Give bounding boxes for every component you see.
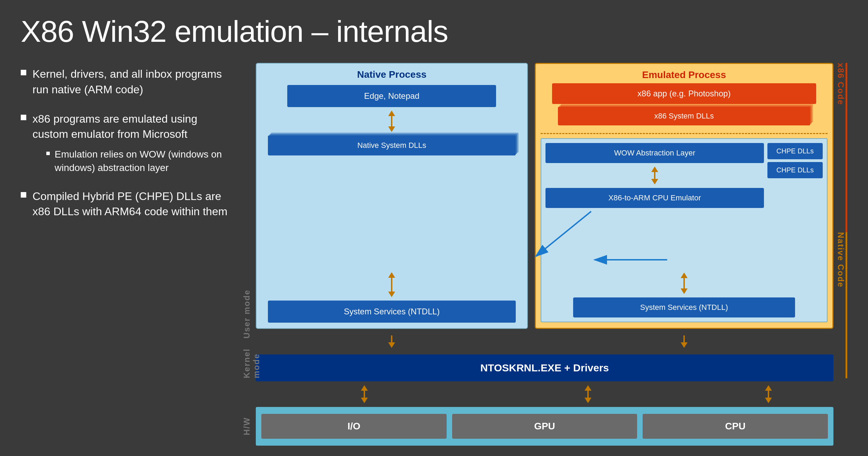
system-services-ntdll-2: System Services (NTDLL) <box>573 297 795 317</box>
native-dlls-stack: Native System DLLs <box>268 135 516 155</box>
native-process-box: Native Process Edge, Notepad <box>256 63 528 329</box>
x86-app-box: x86 app (e.g. Photoshop) <box>552 83 816 104</box>
arrow-1 <box>388 111 395 132</box>
chpe-dlls-1: CHPE DLLs <box>767 143 823 159</box>
bullet-1: Kernel, drivers, and all inbox programs … <box>21 66 228 97</box>
content-area: Kernel, drivers, and all inbox programs … <box>21 63 847 446</box>
bullet-3: Compiled Hybrid PE (CHPE) DLLs are x86 D… <box>21 189 228 220</box>
native-system-dlls: Native System DLLs <box>268 135 516 155</box>
emulated-native-section: WOW Abstraction Layer X86-to-ARM CPU Emu… <box>541 138 828 322</box>
kernel-box: NTOSKRNL.EXE + Drivers <box>256 354 833 381</box>
bullet-text-2: x86 programs are emulated using custom e… <box>32 111 228 142</box>
system-services-ntdll: System Services (NTDLL) <box>268 301 516 323</box>
page-title: X86 Win32 emulation – internals <box>21 14 847 49</box>
bullet-dot-2 <box>21 115 26 120</box>
wow-abstraction-layer: WOW Abstraction Layer <box>545 143 764 163</box>
bullet-text-1: Kernel, drivers, and all inbox programs … <box>32 66 228 97</box>
x86-dlls-stack: x86 System DLLs <box>558 107 811 125</box>
native-process-title: Native Process <box>357 69 427 80</box>
hw-row: I/O GPU CPU <box>256 407 833 446</box>
label-hw: H/W <box>242 408 252 435</box>
label-x86-code: x86 Code <box>836 63 847 232</box>
arrow-2 <box>388 272 395 297</box>
left-panel: Kernel, drivers, and all inbox programs … <box>21 63 228 446</box>
x86-system-dlls: x86 System DLLs <box>558 107 811 125</box>
sub-bullet-1: Emulation relies on WOW (windows on wind… <box>46 148 228 174</box>
edge-notepad-box: Edge, Notepad <box>287 85 496 107</box>
bullet-2: x86 programs are emulated using custom e… <box>21 111 228 175</box>
sub-bullet-text-1: Emulation relies on WOW (windows on wind… <box>55 148 228 174</box>
label-kernel-mode: Kernel mode <box>242 351 261 378</box>
emulated-process-title: Emulated Process <box>642 69 726 80</box>
label-native-code: Native Code <box>836 232 847 378</box>
right-panel: User mode Kernel mode H/W x86 Code Nativ… <box>242 63 847 446</box>
x86-to-arm-emulator: X86-to-ARM CPU Emulator <box>545 188 764 208</box>
dashed-separator <box>541 133 828 134</box>
chpe-dlls-2: CHPE DLLs <box>767 162 823 178</box>
hw-gpu: GPU <box>452 414 637 439</box>
bullet-dot-3 <box>21 192 26 198</box>
hw-io: I/O <box>261 414 447 439</box>
label-user-mode: User mode <box>242 91 252 339</box>
hw-cpu: CPU <box>643 414 828 439</box>
bullet-dot-1 <box>21 70 26 75</box>
emulated-process-box: Emulated Process x86 app (e.g. Photoshop… <box>535 63 833 329</box>
bullet-text-3: Compiled Hybrid PE (CHPE) DLLs are x86 D… <box>32 189 228 220</box>
sub-bullet-dot-1 <box>46 152 50 155</box>
slide: X86 Win32 emulation – internals Kernel, … <box>0 0 868 456</box>
